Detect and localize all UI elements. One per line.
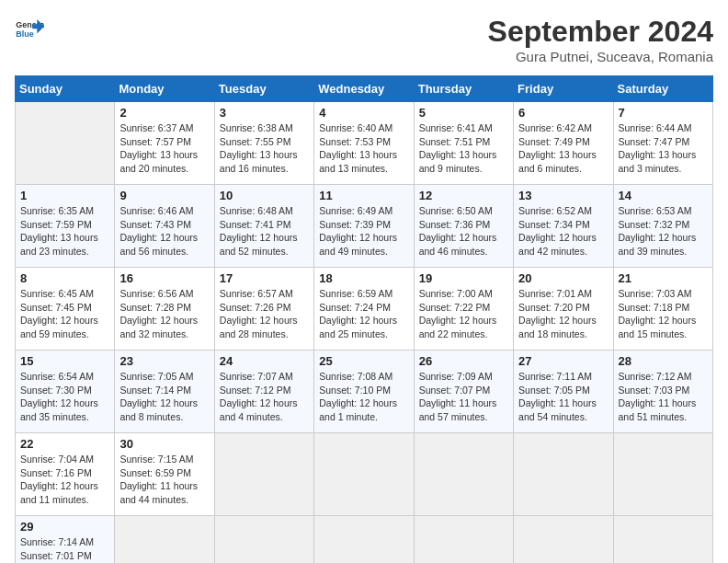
daylight-hours: Daylight: 12 hours and 49 minutes.: [319, 232, 397, 257]
day-number: 19: [419, 271, 508, 285]
calendar-week-row: 2 Sunrise: 6:37 AM Sunset: 7:57 PM Dayli…: [16, 102, 713, 185]
calendar-header-row: Sunday Monday Tuesday Wednesday Thursday…: [16, 76, 713, 102]
sunset-time: Sunset: 7:12 PM: [220, 385, 291, 396]
day-number: 4: [319, 106, 408, 120]
sunrise-time: Sunrise: 6:56 AM: [119, 288, 193, 299]
day-number: 5: [419, 106, 508, 120]
day-info: Sunrise: 6:41 AM Sunset: 7:51 PM Dayligh…: [419, 121, 508, 176]
day-info: Sunrise: 6:53 AM Sunset: 7:32 PM Dayligh…: [619, 204, 708, 259]
daylight-hours: Daylight: 12 hours and 52 minutes.: [220, 232, 298, 257]
sunset-time: Sunset: 7:59 PM: [20, 219, 92, 230]
day-info: Sunrise: 6:40 AM Sunset: 7:53 PM Dayligh…: [319, 121, 408, 176]
day-info: Sunrise: 7:15 AM Sunset: 6:59 PM Dayligh…: [119, 453, 209, 507]
table-row: [613, 516, 712, 564]
day-info: Sunrise: 7:03 AM Sunset: 7:18 PM Dayligh…: [619, 287, 708, 341]
day-number: 26: [419, 354, 508, 368]
calendar-table: Sunday Monday Tuesday Wednesday Thursday…: [15, 75, 713, 563]
daylight-hours: Daylight: 13 hours and 20 minutes.: [119, 149, 198, 174]
sunrise-time: Sunrise: 6:41 AM: [419, 122, 493, 133]
calendar-week-row: 8 Sunrise: 6:45 AM Sunset: 7:45 PM Dayli…: [16, 268, 713, 350]
day-number: 20: [518, 271, 608, 285]
sunrise-time: Sunrise: 7:14 AM: [20, 536, 94, 547]
table-row: [514, 516, 613, 564]
day-number: 22: [20, 437, 109, 451]
day-number: 13: [518, 189, 608, 202]
sunset-time: Sunset: 7:07 PM: [419, 385, 491, 396]
sunrise-time: Sunrise: 7:03 AM: [619, 288, 692, 299]
daylight-hours: Daylight: 12 hours and 42 minutes.: [518, 232, 597, 257]
table-row: 9 Sunrise: 6:46 AM Sunset: 7:43 PM Dayli…: [115, 185, 214, 268]
day-info: Sunrise: 7:12 AM Sunset: 7:03 PM Dayligh…: [619, 370, 708, 424]
daylight-hours: Daylight: 13 hours and 6 minutes.: [518, 149, 597, 174]
sunset-time: Sunset: 7:30 PM: [20, 385, 92, 396]
day-info: Sunrise: 6:48 AM Sunset: 7:41 PM Dayligh…: [220, 204, 309, 259]
day-info: Sunrise: 7:04 AM Sunset: 7:16 PM Dayligh…: [20, 453, 109, 507]
sunrise-time: Sunrise: 6:54 AM: [20, 371, 94, 382]
sunset-time: Sunset: 7:18 PM: [619, 302, 690, 313]
daylight-hours: Daylight: 12 hours and 11 minutes.: [20, 480, 98, 505]
day-number: 16: [119, 271, 209, 285]
day-number: 8: [20, 271, 109, 285]
day-number: 25: [319, 354, 408, 368]
day-info: Sunrise: 6:57 AM Sunset: 7:26 PM Dayligh…: [220, 287, 309, 341]
calendar-week-row: 29 Sunrise: 7:14 AM Sunset: 7:01 PM Dayl…: [16, 516, 713, 564]
sunset-time: Sunset: 7:43 PM: [119, 219, 191, 230]
daylight-hours: Daylight: 12 hours and 15 minutes.: [619, 315, 697, 339]
table-row: 8 Sunrise: 6:45 AM Sunset: 7:45 PM Dayli…: [16, 268, 115, 350]
sunrise-time: Sunrise: 6:46 AM: [119, 205, 193, 216]
table-row: 16 Sunrise: 6:56 AM Sunset: 7:28 PM Dayl…: [115, 268, 214, 350]
day-info: Sunrise: 6:52 AM Sunset: 7:34 PM Dayligh…: [518, 204, 608, 259]
daylight-hours: Daylight: 12 hours and 56 minutes.: [119, 232, 198, 257]
day-info: Sunrise: 6:50 AM Sunset: 7:36 PM Dayligh…: [419, 204, 508, 259]
daylight-hours: Daylight: 13 hours and 16 minutes.: [220, 149, 298, 174]
table-row: [16, 102, 115, 185]
sunrise-time: Sunrise: 6:49 AM: [319, 205, 392, 216]
table-row: 23 Sunrise: 7:05 AM Sunset: 7:14 PM Dayl…: [115, 350, 214, 433]
sunset-time: Sunset: 7:03 PM: [619, 385, 690, 396]
day-info: Sunrise: 6:44 AM Sunset: 7:47 PM Dayligh…: [619, 121, 708, 176]
daylight-hours: Daylight: 12 hours and 46 minutes.: [419, 232, 497, 257]
daylight-hours: Daylight: 12 hours and 22 minutes.: [419, 315, 497, 339]
sunrise-time: Sunrise: 6:59 AM: [319, 288, 392, 299]
day-info: Sunrise: 7:05 AM Sunset: 7:14 PM Dayligh…: [119, 370, 209, 424]
sunset-time: Sunset: 7:55 PM: [220, 136, 291, 147]
day-number: 1: [20, 189, 109, 202]
sunset-time: Sunset: 7:45 PM: [20, 302, 92, 313]
sunrise-time: Sunrise: 6:37 AM: [119, 122, 193, 133]
sunrise-time: Sunrise: 6:57 AM: [220, 288, 293, 299]
svg-text:Blue: Blue: [16, 29, 33, 39]
day-number: 29: [20, 520, 109, 534]
day-info: Sunrise: 6:37 AM Sunset: 7:57 PM Dayligh…: [119, 121, 209, 176]
calendar-week-row: 1 Sunrise: 6:35 AM Sunset: 7:59 PM Dayli…: [16, 185, 713, 268]
daylight-hours: Daylight: 12 hours and 35 minutes.: [20, 397, 98, 422]
daylight-hours: Daylight: 12 hours and 1 minute.: [319, 397, 397, 422]
daylight-hours: Daylight: 11 hours and 57 minutes.: [419, 397, 497, 422]
daylight-hours: Daylight: 12 hours and 8 minutes.: [119, 397, 198, 422]
page-subtitle: Gura Putnei, Suceava, Romania: [488, 49, 713, 64]
table-row: 14 Sunrise: 6:53 AM Sunset: 7:32 PM Dayl…: [613, 185, 712, 268]
day-number: 24: [220, 354, 309, 368]
sunset-time: Sunset: 7:26 PM: [220, 302, 291, 313]
table-row: [115, 516, 214, 564]
day-number: 28: [619, 354, 708, 368]
table-row: [214, 516, 313, 564]
day-number: 6: [518, 106, 608, 120]
table-row: 18 Sunrise: 6:59 AM Sunset: 7:24 PM Dayl…: [314, 268, 414, 350]
day-info: Sunrise: 7:14 AM Sunset: 7:01 PM Dayligh…: [20, 535, 109, 563]
day-number: 21: [619, 271, 708, 285]
day-info: Sunrise: 7:11 AM Sunset: 7:05 PM Dayligh…: [518, 370, 608, 424]
daylight-hours: Daylight: 11 hours and 51 minutes.: [619, 397, 697, 422]
day-info: Sunrise: 6:45 AM Sunset: 7:45 PM Dayligh…: [20, 287, 109, 341]
sunset-time: Sunset: 7:53 PM: [319, 136, 391, 147]
sunrise-time: Sunrise: 6:50 AM: [419, 205, 493, 216]
table-row: [414, 516, 513, 564]
table-row: 21 Sunrise: 7:03 AM Sunset: 7:18 PM Dayl…: [613, 268, 712, 350]
table-row: 27 Sunrise: 7:11 AM Sunset: 7:05 PM Dayl…: [514, 350, 613, 433]
sunset-time: Sunset: 7:14 PM: [119, 385, 191, 396]
col-tuesday: Tuesday: [214, 76, 313, 102]
day-info: Sunrise: 7:09 AM Sunset: 7:07 PM Dayligh…: [419, 370, 508, 424]
table-row: 3 Sunrise: 6:38 AM Sunset: 7:55 PM Dayli…: [214, 102, 313, 185]
sunset-time: Sunset: 7:01 PM: [20, 550, 92, 561]
day-info: Sunrise: 6:54 AM Sunset: 7:30 PM Dayligh…: [20, 370, 109, 424]
sunset-time: Sunset: 7:34 PM: [518, 219, 590, 230]
